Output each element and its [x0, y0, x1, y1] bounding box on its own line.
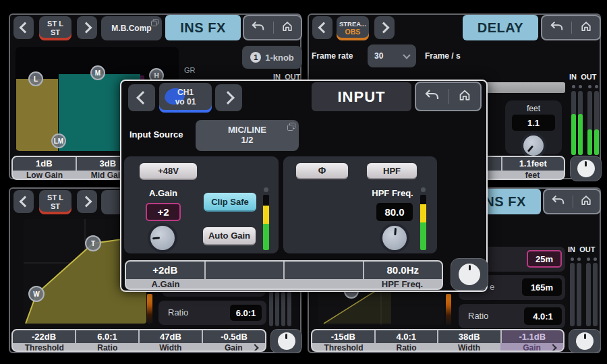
frame-rate-label: Frame rate	[312, 51, 353, 61]
undo-icon[interactable]	[251, 20, 266, 36]
meter-peak-dot	[588, 85, 591, 88]
input-source-button[interactable]: MIC/LINE 1/2	[196, 120, 299, 151]
undo-icon[interactable]	[551, 193, 566, 210]
channel-name: ST L	[47, 20, 63, 28]
again-value[interactable]: +2	[146, 203, 181, 221]
library-button[interactable]: M.B.Comp	[101, 16, 162, 40]
channel-name: ST L	[47, 193, 63, 202]
channel-select-button[interactable]: ST L ST	[39, 16, 71, 40]
chevron-left-icon	[136, 91, 150, 104]
one-knob-label: 1-knob	[265, 53, 294, 63]
param-cell[interactable]: 47dB	[140, 330, 202, 343]
out-meter	[586, 263, 591, 326]
home-icon[interactable]	[579, 20, 593, 36]
prev-channel-button[interactable]	[312, 16, 333, 39]
io-labels: IN OUT	[568, 245, 595, 253]
next-channel-button[interactable]	[215, 84, 242, 111]
param-cell[interactable]: 38dB	[438, 330, 500, 343]
feet-knob[interactable]	[521, 133, 546, 158]
prev-channel-button[interactable]	[128, 84, 155, 111]
out-meter	[594, 91, 599, 155]
touch-knob-button[interactable]	[569, 329, 601, 353]
nav-group	[415, 82, 482, 111]
next-channel-button[interactable]	[77, 190, 97, 213]
next-channel-button[interactable]	[374, 16, 395, 39]
nav-group	[541, 15, 601, 40]
home-icon[interactable]	[457, 88, 472, 105]
one-knob-button[interactable]: 1 1-knob	[242, 46, 302, 69]
param-value[interactable]: 165m	[522, 278, 562, 296]
feet-value[interactable]: 1.1	[512, 115, 555, 131]
param-cell[interactable]: -22dB	[13, 330, 75, 343]
touch-knob-button[interactable]	[451, 258, 488, 291]
phantom-48v-button[interactable]: +48V	[140, 163, 197, 180]
in-meter	[571, 91, 576, 155]
param-cell-selected[interactable]: -1.1dB	[502, 330, 564, 343]
auto-gain-button[interactable]: Auto Gain	[203, 227, 256, 245]
param-footer: -22dB 6.0:1 47dB -0.5dB Threshold Ratio …	[11, 329, 266, 352]
chevron-right-icon	[221, 91, 235, 104]
param-cell[interactable]: -15dB	[312, 330, 374, 343]
param-label: Threshold	[13, 343, 76, 352]
channel-select-button[interactable]: CH1 vo 01	[159, 83, 212, 113]
input-source-label: Input Source	[129, 129, 183, 140]
param-cell[interactable]: +2dB	[126, 262, 204, 279]
gr-meter	[147, 294, 152, 324]
threshold-handle[interactable]: T	[85, 235, 101, 251]
param-cell[interactable]: 6.0:1	[76, 330, 138, 343]
touch-knob-button[interactable]	[270, 329, 302, 353]
undo-icon[interactable]	[550, 20, 565, 36]
channel-name: STREA...	[339, 21, 366, 28]
hpf-button[interactable]: HPF	[367, 163, 417, 179]
input-source-value: MIC/LINE	[228, 125, 266, 135]
frame-rate-dropdown[interactable]: 30	[368, 44, 416, 67]
knob-tick	[527, 146, 533, 152]
hpf-freq-value[interactable]: 80.0	[376, 203, 413, 221]
clip-safe-button[interactable]: Clip Safe	[204, 193, 256, 212]
gain-meter	[263, 187, 269, 250]
param-cell[interactable]	[285, 262, 363, 279]
param-label: Ratio	[76, 343, 140, 352]
knob-icon	[576, 332, 594, 350]
param-cell[interactable]	[206, 262, 284, 279]
knob-icon	[278, 332, 295, 350]
ratio-value[interactable]: 6.0:1	[230, 305, 262, 321]
meter-peak-dot	[421, 187, 426, 192]
hpf-freq-knob[interactable]	[380, 223, 409, 253]
phase-button[interactable]: Φ	[296, 163, 348, 179]
home-icon[interactable]	[281, 20, 294, 36]
page-title-insfx: INS FX	[165, 15, 241, 40]
again-knob[interactable]	[148, 223, 177, 253]
undo-icon[interactable]	[424, 88, 440, 105]
channel-name-2: ST	[51, 202, 60, 211]
meter-peak-dot	[579, 85, 582, 88]
ratio-value[interactable]: 4.0:1	[524, 307, 562, 325]
touch-knob-button[interactable]	[570, 156, 602, 181]
prev-channel-button[interactable]	[13, 16, 34, 39]
channel-name-2: ST	[51, 28, 60, 37]
param-cell[interactable]: 80.0Hz	[364, 262, 442, 279]
ratio-row: Ratio 4.0:1	[459, 304, 565, 328]
width-handle[interactable]: W	[28, 286, 45, 302]
band-handle-mid[interactable]: M	[90, 65, 105, 80]
channel-select-button[interactable]: ST L ST	[39, 190, 71, 214]
param-label: HPF Freq.	[363, 279, 442, 290]
channel-select-button[interactable]: STREA... OBS	[337, 16, 369, 40]
in-meter	[275, 291, 279, 326]
param-cell[interactable]: -0.5dB	[203, 330, 265, 343]
param-cell[interactable]: 1.1feet	[502, 157, 565, 171]
param-label	[284, 279, 363, 290]
home-icon[interactable]	[579, 193, 593, 210]
frame-rate-value: 30	[374, 51, 383, 61]
again-label: A.Gain	[140, 188, 187, 198]
prev-channel-button[interactable]	[13, 190, 34, 213]
param-cell[interactable]: 4.0:1	[376, 330, 438, 343]
selected-value[interactable]: 25m	[527, 250, 562, 268]
param-cell[interactable]: 1dB	[13, 157, 76, 171]
band-handle-lowmid[interactable]: LM	[51, 133, 66, 148]
gr-label: GR	[184, 66, 196, 74]
copy-icon	[287, 123, 295, 131]
chevron-right-icon	[378, 22, 389, 34]
next-channel-button[interactable]	[77, 16, 97, 39]
band-handle-low[interactable]: L	[28, 71, 43, 86]
